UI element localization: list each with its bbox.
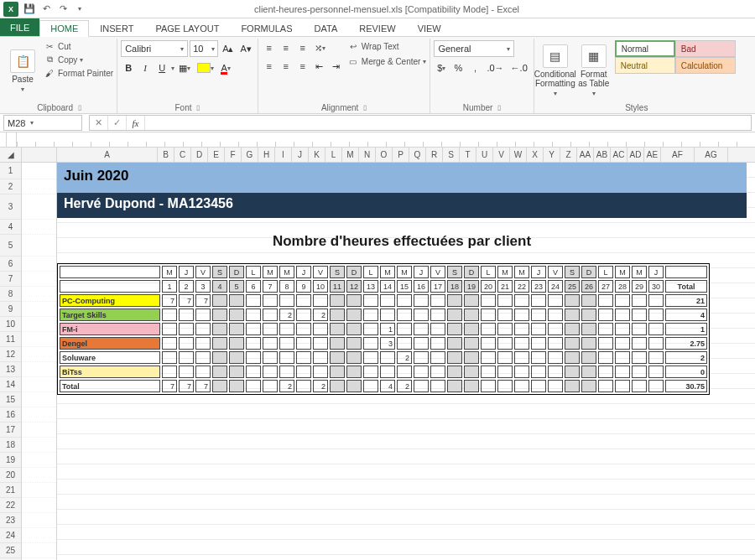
cell[interactable] [430, 337, 445, 350]
cell[interactable] [263, 337, 278, 350]
conditional-formatting-button[interactable]: ▤ Conditional Formatting▾ [538, 40, 573, 101]
total-label[interactable]: Total [60, 380, 160, 392]
cell[interactable]: 7 [195, 294, 211, 307]
cell[interactable]: 1 [162, 280, 177, 293]
column-header[interactable]: W [510, 148, 527, 162]
cell[interactable] [179, 351, 194, 364]
font-name-select[interactable]: Calibri▾ [121, 40, 188, 57]
row-header[interactable]: 10 [0, 317, 21, 332]
column-header[interactable]: Z [560, 148, 577, 162]
cell[interactable]: 7 [162, 294, 177, 307]
cell[interactable]: J [296, 266, 311, 278]
row-header[interactable]: 22 [0, 498, 21, 513]
cell[interactable] [296, 366, 311, 378]
cell[interactable] [665, 266, 707, 278]
cell[interactable] [598, 309, 613, 321]
cell[interactable] [615, 309, 630, 321]
cell[interactable]: 28 [615, 280, 630, 293]
cell[interactable] [397, 366, 412, 378]
cell[interactable] [632, 351, 647, 364]
cell[interactable]: 20 [481, 280, 496, 293]
tab-page-layout[interactable]: PAGE LAYOUT [144, 20, 230, 36]
cell[interactable] [397, 337, 412, 350]
row-header[interactable]: 9 [0, 302, 21, 317]
row-header[interactable]: 2 [0, 179, 21, 194]
cell[interactable] [195, 366, 211, 378]
align-left-icon[interactable]: ≡ [262, 59, 277, 74]
cell[interactable] [179, 309, 194, 321]
column-header[interactable]: L [325, 148, 342, 162]
cell[interactable] [229, 380, 244, 392]
italic-button[interactable]: I [138, 60, 153, 75]
select-all-corner[interactable]: ◢ [0, 148, 22, 162]
cell[interactable] [514, 380, 529, 392]
cell[interactable]: 4 [212, 280, 227, 293]
cell[interactable]: 7 [179, 294, 194, 307]
cell[interactable]: 3 [380, 337, 395, 350]
cell[interactable]: M [380, 266, 395, 278]
column-header[interactable]: O [376, 148, 393, 162]
cell[interactable] [497, 337, 513, 350]
cell[interactable] [330, 351, 345, 364]
cell[interactable] [632, 323, 647, 335]
cell[interactable] [296, 309, 311, 321]
cell[interactable] [581, 380, 596, 392]
column-header[interactable]: Q [409, 148, 426, 162]
cell[interactable]: S [565, 266, 580, 278]
cell[interactable] [313, 294, 328, 307]
cell[interactable] [296, 380, 311, 392]
cell[interactable] [363, 309, 378, 321]
cell[interactable]: 2 [313, 309, 328, 321]
cell[interactable] [430, 380, 445, 392]
cell[interactable] [346, 294, 362, 307]
cell[interactable]: L [481, 266, 496, 278]
tab-view[interactable]: VIEW [407, 20, 452, 36]
cell[interactable] [212, 323, 227, 335]
row-header[interactable]: 19 [0, 453, 21, 468]
cell[interactable]: Total [665, 280, 707, 293]
column-header[interactable]: K [309, 148, 325, 162]
font-color-button[interactable]: A▾ [218, 60, 233, 75]
cell[interactable]: D [229, 266, 244, 278]
cell[interactable] [481, 366, 496, 378]
cell[interactable] [346, 337, 362, 350]
cell[interactable] [363, 380, 378, 392]
cell[interactable] [195, 337, 211, 350]
cell[interactable] [246, 366, 261, 378]
outdent-icon[interactable]: ⇤ [312, 59, 327, 74]
tab-review[interactable]: REVIEW [348, 20, 406, 36]
number-launcher-icon[interactable]: ▯ [497, 104, 501, 111]
column-header[interactable]: X [527, 148, 544, 162]
cell[interactable] [565, 323, 580, 335]
cell[interactable] [598, 366, 613, 378]
cell[interactable]: J [414, 266, 429, 278]
cell[interactable] [481, 351, 496, 364]
cell[interactable] [497, 380, 513, 392]
cell[interactable] [447, 337, 462, 350]
column-header[interactable]: AB [594, 148, 611, 162]
chevron-down-icon[interactable]: ▾ [30, 119, 34, 127]
fill-color-button[interactable]: ▾ [195, 60, 216, 75]
cell[interactable]: 22 [514, 280, 529, 293]
cell[interactable]: 19 [464, 280, 479, 293]
cell[interactable] [346, 351, 362, 364]
cell[interactable]: S [447, 266, 462, 278]
cell[interactable]: M [162, 266, 177, 278]
cell[interactable]: 15 [397, 280, 412, 293]
column-header[interactable]: T [460, 148, 476, 162]
cell[interactable]: 12 [346, 280, 362, 293]
cell[interactable]: 21 [497, 280, 513, 293]
cell[interactable] [363, 337, 378, 350]
increase-font-icon[interactable]: A▴ [220, 41, 236, 56]
cell[interactable] [430, 323, 445, 335]
percent-format-icon[interactable]: % [450, 60, 466, 75]
cell[interactable] [414, 337, 429, 350]
cell[interactable] [514, 309, 529, 321]
cell[interactable] [195, 351, 211, 364]
cell[interactable] [363, 366, 378, 378]
cell[interactable] [531, 351, 546, 364]
cell[interactable] [162, 337, 177, 350]
row-header[interactable]: 11 [0, 332, 21, 347]
cell[interactable] [565, 294, 580, 307]
cut-button[interactable]: ✂Cut [44, 40, 113, 52]
